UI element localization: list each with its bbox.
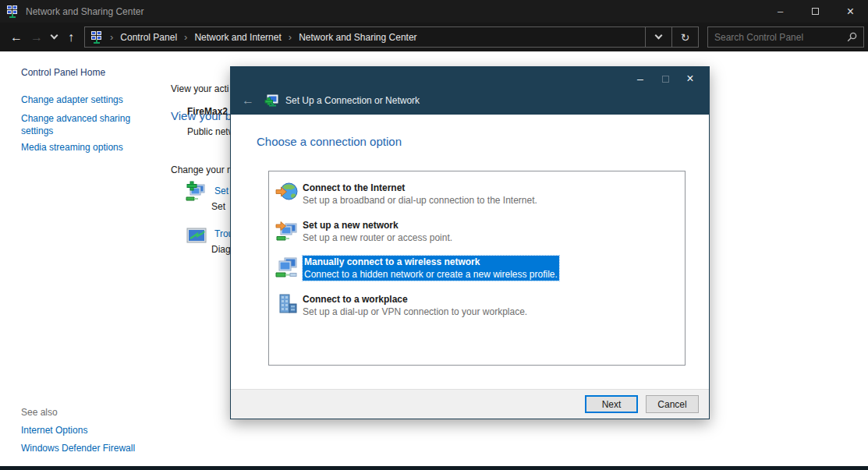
dialog-app-icon: [264, 94, 278, 108]
minimize-button[interactable]: –: [763, 0, 798, 23]
setup-connection-icon: [185, 181, 207, 201]
dialog-back-button[interactable]: ←: [242, 94, 254, 108]
sidebar-item-media-streaming-options[interactable]: Media streaming options: [21, 142, 123, 153]
option-desc: Set up a dial-up or VPN connection to yo…: [303, 306, 527, 318]
maximize-icon: [662, 76, 669, 83]
close-icon: ×: [847, 5, 854, 19]
refresh-button[interactable]: ↻: [671, 27, 698, 48]
sidebar-item-control-panel-home[interactable]: Control Panel Home: [21, 67, 105, 78]
breadcrumb-separator: ›: [289, 31, 292, 43]
setup-connection-dialog: – × ← Set Up a Connection or Network Cho…: [230, 66, 710, 419]
address-dropdown-button[interactable]: [645, 27, 671, 48]
refresh-icon: ↻: [681, 31, 690, 44]
breadcrumb-separator: ›: [110, 31, 113, 43]
network-type: Public netw: [187, 126, 235, 137]
maximize-icon: [812, 8, 819, 15]
sidebar-item-change-adapter-settings[interactable]: Change adapter settings: [21, 94, 123, 105]
option-connect-to-internet[interactable]: Connect to the Internet Set up a broadba…: [275, 181, 678, 207]
network-name: FireMax2: [187, 106, 228, 117]
dialog-heading: Choose a connection option: [257, 135, 402, 148]
close-button[interactable]: ×: [833, 0, 868, 23]
recent-pages-button[interactable]: [47, 26, 61, 49]
dialog-window-controls: – ×: [628, 70, 703, 87]
search-input[interactable]: [714, 32, 847, 43]
sidebar-item-internet-options[interactable]: Internet Options: [21, 425, 87, 436]
minimize-icon: –: [778, 5, 783, 17]
dialog-header: – × ← Set Up a Connection or Network: [231, 67, 709, 115]
cancel-button[interactable]: Cancel: [646, 395, 699, 413]
dialog-title: Set Up a Connection or Network: [285, 95, 420, 106]
task-desc-troubleshoot: Diag: [211, 244, 231, 255]
up-button[interactable]: ↑: [61, 26, 81, 49]
breadcrumb-control-panel[interactable]: Control Panel: [120, 32, 177, 43]
option-connect-to-workplace[interactable]: Connect to a workplace Set up a dial-up …: [275, 292, 678, 318]
troubleshoot-icon: [186, 226, 207, 246]
address-bar[interactable]: › Control Panel › Network and Internet ›…: [84, 27, 699, 48]
dialog-close-button[interactable]: ×: [678, 70, 703, 87]
option-desc: Connect to a hidden network or create a …: [304, 268, 558, 281]
next-button[interactable]: Next: [585, 395, 638, 413]
up-icon: ↑: [68, 30, 74, 44]
window-title: Network and Sharing Center: [26, 6, 143, 17]
breadcrumb-network-sharing-center[interactable]: Network and Sharing Center: [299, 32, 416, 43]
search-icon: [847, 32, 857, 42]
taskbar-strip: [0, 466, 868, 470]
back-button[interactable]: ←: [6, 26, 27, 49]
new-network-icon: [275, 218, 299, 242]
connect-internet-icon: [275, 181, 299, 204]
forward-button[interactable]: →: [27, 26, 47, 49]
see-also-label: See also: [21, 407, 58, 418]
dialog-nav: ← Set Up a Connection or Network: [242, 94, 420, 108]
option-setup-new-network[interactable]: Set up a new network Set up a new router…: [275, 218, 678, 244]
back-icon: ←: [10, 30, 23, 44]
close-icon: ×: [686, 72, 693, 86]
option-title: Connect to the Internet: [303, 182, 537, 194]
breadcrumb-app-icon: [90, 31, 103, 44]
dialog-footer: Next Cancel: [231, 389, 709, 419]
navigation-bar: ← → ↑ › Control Panel › Network and Inte…: [0, 23, 868, 51]
sidebar-item-windows-defender-firewall[interactable]: Windows Defender Firewall: [21, 443, 135, 454]
forward-icon: →: [30, 30, 43, 44]
sidebar-item-change-advanced-sharing-settings[interactable]: Change advanced sharing settings: [21, 112, 146, 137]
option-manually-connect-wireless[interactable]: Manually connect to a wireless network C…: [275, 256, 678, 281]
option-title: Connect to a workplace: [303, 293, 527, 306]
search-box[interactable]: [707, 27, 864, 48]
dialog-minimize-button[interactable]: –: [628, 70, 653, 87]
workplace-icon: [275, 292, 299, 316]
active-networks-label: View your acti: [171, 83, 229, 94]
chevron-down-icon: [655, 32, 663, 40]
connection-options-list[interactable]: Connect to the Internet Set up a broadba…: [268, 171, 686, 366]
dialog-maximize-button[interactable]: [653, 70, 678, 87]
option-desc: Set up a new router or access point.: [303, 231, 452, 244]
maximize-button[interactable]: [798, 0, 833, 23]
chevron-down-icon: [50, 32, 58, 40]
change-networking-label: Change your n: [171, 164, 232, 175]
breadcrumb-separator: ›: [184, 31, 187, 43]
window-titlebar: Network and Sharing Center – ×: [0, 0, 868, 23]
option-title: Manually connect to a wireless network: [304, 256, 558, 268]
task-desc-setup-connection: Set: [211, 201, 225, 212]
network-sharing-center-icon: [6, 5, 19, 18]
task-link-setup-connection[interactable]: Set: [214, 186, 229, 196]
option-title: Set up a new network: [303, 219, 452, 231]
wireless-network-icon: [275, 256, 299, 279]
breadcrumb-network-and-internet[interactable]: Network and Internet: [194, 32, 281, 43]
option-desc: Set up a broadband or dial-up connection…: [303, 194, 537, 207]
minimize-icon: –: [637, 72, 643, 85]
